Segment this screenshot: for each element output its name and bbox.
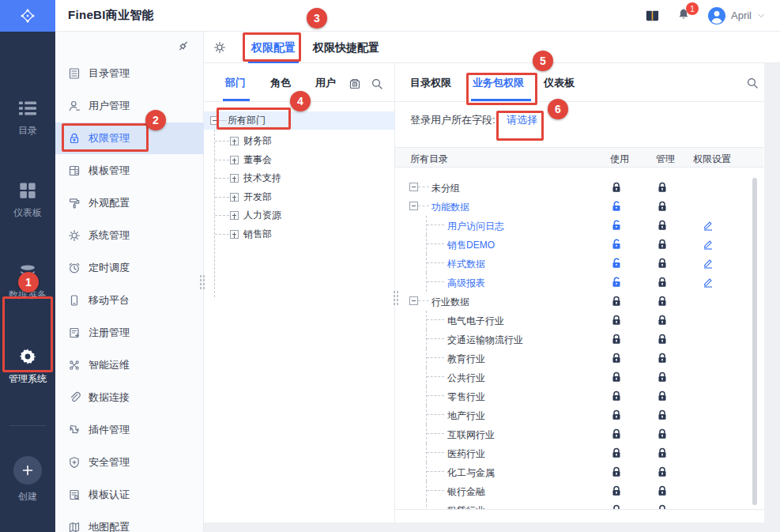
use-locked-icon[interactable] xyxy=(611,409,622,421)
nav-item-catalog[interactable]: 目录 xyxy=(0,98,55,147)
collapse-expander[interactable] xyxy=(409,183,418,191)
tree-node-2[interactable]: 董事会 xyxy=(204,151,394,169)
nav-item-admin[interactable]: 管理系统 xyxy=(0,346,55,395)
use-locked-icon[interactable] xyxy=(611,334,622,345)
sidebar-item-user-mgmt[interactable]: 用户管理 xyxy=(55,90,204,122)
manage-locked-icon[interactable] xyxy=(657,201,668,212)
tree-node-6[interactable]: 销售部 xyxy=(204,225,394,243)
collapse-expander[interactable] xyxy=(409,296,418,305)
sidebar-resize-handle[interactable] xyxy=(199,274,205,291)
collapse-expander[interactable] xyxy=(210,116,219,125)
sidebar-item-map[interactable]: 地图配置 xyxy=(55,511,204,532)
table-row[interactable]: 行业数据 xyxy=(395,292,763,311)
dept-tab-user[interactable]: 用户 xyxy=(315,76,336,90)
use-locked-icon[interactable] xyxy=(611,315,622,326)
settings-gear-icon[interactable] xyxy=(213,41,226,54)
expand-expander[interactable] xyxy=(230,230,239,239)
dept-tab-dept[interactable]: 部门 xyxy=(225,76,246,90)
vertical-scrollbar[interactable] xyxy=(752,178,757,505)
use-locked-icon[interactable] xyxy=(611,391,622,402)
manage-locked-icon[interactable] xyxy=(657,315,668,326)
expand-expander[interactable] xyxy=(230,174,239,183)
dept-tab-role[interactable]: 角色 xyxy=(270,76,291,90)
tree-node-3[interactable]: 技术支持 xyxy=(204,169,394,187)
use-locked-icon[interactable] xyxy=(611,182,622,193)
edit-permission-icon[interactable] xyxy=(703,239,714,250)
sidebar-item-security[interactable]: 安全管理 xyxy=(55,447,204,478)
nav-item-data-prep[interactable]: 数据准备 xyxy=(0,262,55,311)
unpin-icon[interactable] xyxy=(176,39,190,53)
dept-search-icon[interactable] xyxy=(371,77,383,90)
sidebar-item-template-mgmt[interactable]: 模板管理 xyxy=(55,155,204,187)
sidebar-item-catalog-mgmt[interactable]: 目录管理 xyxy=(55,58,204,89)
use-unlocked-icon[interactable] xyxy=(611,201,622,212)
edit-permission-icon[interactable] xyxy=(703,220,714,231)
sidebar-item-plugin[interactable]: 插件管理 xyxy=(55,414,204,446)
use-locked-icon[interactable] xyxy=(611,372,622,383)
sidebar-item-schedule[interactable]: 定时调度 xyxy=(55,252,204,284)
manage-locked-icon[interactable] xyxy=(657,466,668,477)
notifications-button[interactable]: 1 xyxy=(677,8,690,23)
expand-expander[interactable] xyxy=(230,137,239,145)
create-button[interactable] xyxy=(13,456,42,485)
table-row[interactable]: 化工与金属 xyxy=(395,462,763,481)
manage-locked-icon[interactable] xyxy=(657,239,668,250)
perm-tab-dashboard-perm[interactable]: 仪表板 xyxy=(544,76,575,90)
sidebar-item-data-connect[interactable]: 数据连接 xyxy=(55,382,204,413)
manage-locked-icon[interactable] xyxy=(657,447,668,458)
perm-tab-package-perm[interactable]: 业务包权限 xyxy=(473,76,524,90)
panel-resize-handle[interactable] xyxy=(393,289,398,307)
table-row[interactable]: 零售行业 xyxy=(395,387,763,406)
sidebar-item-system[interactable]: 系统管理 xyxy=(55,220,204,251)
sidebar-item-template-cert[interactable]: 模板认证 xyxy=(55,479,204,511)
table-row[interactable]: 电气电子行业 xyxy=(395,311,763,330)
manage-locked-icon[interactable] xyxy=(657,428,668,440)
use-locked-icon[interactable] xyxy=(611,447,622,458)
sidebar-item-mobile[interactable]: 移动平台 xyxy=(55,285,204,316)
table-row[interactable]: 功能数据 xyxy=(395,197,763,216)
collapse-expander[interactable] xyxy=(409,202,418,210)
tree-node-4[interactable]: 开发部 xyxy=(204,188,394,206)
app-logo[interactable] xyxy=(0,0,55,32)
user-menu[interactable]: April xyxy=(707,6,766,25)
manage-locked-icon[interactable] xyxy=(657,353,668,364)
tree-node-1[interactable]: 财务部 xyxy=(204,132,394,150)
table-row[interactable]: 销售DEMO xyxy=(395,235,763,254)
use-unlocked-icon[interactable] xyxy=(611,258,622,269)
manage-locked-icon[interactable] xyxy=(657,334,668,345)
edit-permission-icon[interactable] xyxy=(703,258,714,269)
table-row[interactable]: 银行金融 xyxy=(395,481,763,500)
manage-locked-icon[interactable] xyxy=(657,372,668,383)
main-tab-perm-quick-config[interactable]: 权限快捷配置 xyxy=(313,41,379,55)
manage-locked-icon[interactable] xyxy=(657,277,668,288)
perm-search-icon[interactable] xyxy=(746,77,759,89)
use-unlocked-icon[interactable] xyxy=(611,239,622,250)
sidebar-item-ops[interactable]: 智能运维 xyxy=(55,349,204,381)
tree-node-root[interactable]: 所有部门 xyxy=(204,111,394,130)
use-locked-icon[interactable] xyxy=(611,428,622,440)
table-row[interactable]: 用户访问日志 xyxy=(395,216,763,235)
manage-locked-icon[interactable] xyxy=(657,258,668,269)
use-locked-icon[interactable] xyxy=(611,504,622,510)
use-locked-icon[interactable] xyxy=(611,466,622,477)
login-field-select-link[interactable]: 请选择 xyxy=(507,113,537,127)
use-locked-icon[interactable] xyxy=(611,296,622,307)
main-tab-perm-config[interactable]: 权限配置 xyxy=(251,41,296,55)
manage-locked-icon[interactable] xyxy=(657,391,668,402)
table-row[interactable]: 互联网行业 xyxy=(395,424,763,443)
table-row[interactable]: 高级报表 xyxy=(395,273,763,292)
sidebar-item-register[interactable]: 注册管理 xyxy=(55,317,204,349)
table-row[interactable]: 地产行业 xyxy=(395,406,763,424)
expand-expander[interactable] xyxy=(230,193,239,202)
manage-locked-icon[interactable] xyxy=(657,220,668,231)
sidebar-item-perm-mgmt[interactable]: 权限管理 xyxy=(55,123,204,154)
expand-expander[interactable] xyxy=(230,211,239,220)
use-locked-icon[interactable] xyxy=(611,485,622,496)
use-unlocked-icon[interactable] xyxy=(611,277,622,288)
expand-expander[interactable] xyxy=(230,156,239,164)
table-row[interactable]: 教育行业 xyxy=(395,349,763,368)
edit-permission-icon[interactable] xyxy=(703,277,714,288)
manage-locked-icon[interactable] xyxy=(657,485,668,496)
perm-tab-catalog-perm[interactable]: 目录权限 xyxy=(410,76,451,90)
dept-archive-lock-icon[interactable] xyxy=(349,77,361,90)
